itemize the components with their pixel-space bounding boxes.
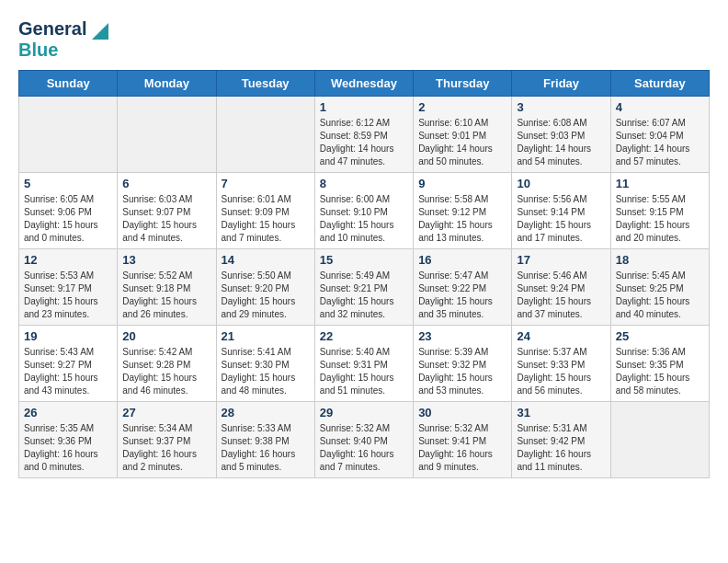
calendar-week-1: 1Sunrise: 6:12 AMSunset: 8:59 PMDaylight…	[19, 97, 710, 173]
logo-blue: Blue	[18, 40, 58, 60]
day-number: 10	[517, 177, 605, 190]
weekday-header-wednesday: Wednesday	[314, 71, 413, 97]
day-number: 11	[616, 177, 704, 190]
calendar-header: SundayMondayTuesdayWednesdayThursdayFrid…	[19, 71, 710, 97]
day-info: Sunrise: 5:33 AMSunset: 9:38 PMDaylight:…	[222, 422, 310, 474]
day-number: 22	[320, 329, 408, 343]
calendar-week-5: 26Sunrise: 5:35 AMSunset: 9:36 PMDayligh…	[19, 402, 710, 478]
logo-general: General	[18, 18, 86, 39]
calendar-cell: 24Sunrise: 5:37 AMSunset: 9:33 PMDayligh…	[512, 326, 610, 402]
day-number: 8	[320, 177, 408, 190]
logo-block: General Blue	[18, 18, 108, 61]
calendar-week-4: 19Sunrise: 5:43 AMSunset: 9:27 PMDayligh…	[19, 326, 710, 402]
day-info: Sunrise: 5:42 AMSunset: 9:28 PMDaylight:…	[122, 346, 210, 397]
weekday-header-monday: Monday	[118, 71, 216, 97]
day-info: Sunrise: 5:34 AMSunset: 9:37 PMDaylight:…	[122, 422, 210, 474]
day-info: Sunrise: 5:47 AMSunset: 9:22 PMDaylight:…	[418, 270, 506, 321]
calendar-cell: 6Sunrise: 6:03 AMSunset: 9:07 PMDaylight…	[118, 173, 216, 249]
day-info: Sunrise: 6:07 AMSunset: 9:04 PMDaylight:…	[616, 117, 704, 168]
calendar-cell: 11Sunrise: 5:55 AMSunset: 9:15 PMDayligh…	[610, 173, 709, 249]
calendar-cell: 12Sunrise: 5:53 AMSunset: 9:17 PMDayligh…	[19, 249, 118, 326]
day-info: Sunrise: 5:46 AMSunset: 9:24 PMDaylight:…	[517, 270, 605, 321]
calendar-table: SundayMondayTuesdayWednesdayThursdayFrid…	[18, 70, 710, 478]
day-info: Sunrise: 5:40 AMSunset: 9:31 PMDaylight:…	[320, 346, 408, 397]
day-number: 12	[24, 253, 112, 267]
day-number: 24	[517, 329, 605, 343]
day-info: Sunrise: 5:53 AMSunset: 9:17 PMDaylight:…	[24, 270, 112, 321]
calendar-cell: 14Sunrise: 5:50 AMSunset: 9:20 PMDayligh…	[216, 249, 314, 326]
day-number: 21	[222, 329, 310, 343]
day-info: Sunrise: 5:32 AMSunset: 9:40 PMDaylight:…	[320, 422, 408, 474]
weekday-header-saturday: Saturday	[610, 71, 709, 97]
calendar-cell: 5Sunrise: 6:05 AMSunset: 9:06 PMDaylight…	[19, 173, 118, 249]
calendar-cell: 26Sunrise: 5:35 AMSunset: 9:36 PMDayligh…	[19, 402, 118, 478]
calendar-cell: 2Sunrise: 6:10 AMSunset: 9:01 PMDaylight…	[414, 97, 512, 173]
calendar-cell: 27Sunrise: 5:34 AMSunset: 9:37 PMDayligh…	[118, 402, 216, 478]
day-info: Sunrise: 5:39 AMSunset: 9:32 PMDaylight:…	[418, 346, 506, 397]
day-number: 17	[517, 253, 605, 267]
calendar-cell: 3Sunrise: 6:08 AMSunset: 9:03 PMDaylight…	[512, 97, 610, 173]
weekday-row: SundayMondayTuesdayWednesdayThursdayFrid…	[19, 71, 710, 97]
calendar-cell: 16Sunrise: 5:47 AMSunset: 9:22 PMDayligh…	[414, 249, 512, 326]
day-info: Sunrise: 5:32 AMSunset: 9:41 PMDaylight:…	[418, 422, 506, 474]
day-number: 28	[222, 406, 310, 419]
day-info: Sunrise: 5:41 AMSunset: 9:30 PMDaylight:…	[222, 346, 310, 397]
calendar-cell: 19Sunrise: 5:43 AMSunset: 9:27 PMDayligh…	[19, 326, 118, 402]
day-info: Sunrise: 5:37 AMSunset: 9:33 PMDaylight:…	[517, 346, 605, 397]
calendar-week-3: 12Sunrise: 5:53 AMSunset: 9:17 PMDayligh…	[19, 249, 710, 326]
day-number: 18	[616, 253, 704, 267]
day-info: Sunrise: 5:50 AMSunset: 9:20 PMDaylight:…	[222, 270, 310, 321]
day-number: 16	[418, 253, 506, 267]
day-number: 27	[122, 406, 210, 419]
day-info: Sunrise: 6:05 AMSunset: 9:06 PMDaylight:…	[24, 193, 112, 245]
day-number: 29	[320, 406, 408, 419]
calendar-cell: 22Sunrise: 5:40 AMSunset: 9:31 PMDayligh…	[314, 326, 413, 402]
calendar-week-2: 5Sunrise: 6:05 AMSunset: 9:06 PMDaylight…	[19, 173, 710, 249]
day-info: Sunrise: 6:12 AMSunset: 8:59 PMDaylight:…	[320, 117, 408, 168]
weekday-header-tuesday: Tuesday	[216, 71, 314, 97]
day-info: Sunrise: 5:45 AMSunset: 9:25 PMDaylight:…	[616, 270, 704, 321]
day-info: Sunrise: 5:52 AMSunset: 9:18 PMDaylight:…	[122, 270, 210, 321]
day-number: 3	[517, 100, 605, 114]
day-info: Sunrise: 5:58 AMSunset: 9:12 PMDaylight:…	[418, 193, 506, 245]
day-info: Sunrise: 5:56 AMSunset: 9:14 PMDaylight:…	[517, 193, 605, 245]
day-info: Sunrise: 6:03 AMSunset: 9:07 PMDaylight:…	[122, 193, 210, 245]
day-number: 25	[616, 329, 704, 343]
day-number: 26	[24, 406, 112, 419]
day-info: Sunrise: 5:31 AMSunset: 9:42 PMDaylight:…	[517, 422, 605, 474]
calendar-cell: 18Sunrise: 5:45 AMSunset: 9:25 PMDayligh…	[610, 249, 709, 326]
calendar-cell: 29Sunrise: 5:32 AMSunset: 9:40 PMDayligh…	[314, 402, 413, 478]
calendar-cell: 13Sunrise: 5:52 AMSunset: 9:18 PMDayligh…	[118, 249, 216, 326]
day-number: 14	[222, 253, 310, 267]
calendar-cell: 17Sunrise: 5:46 AMSunset: 9:24 PMDayligh…	[512, 249, 610, 326]
day-info: Sunrise: 6:01 AMSunset: 9:09 PMDaylight:…	[222, 193, 310, 245]
day-info: Sunrise: 6:08 AMSunset: 9:03 PMDaylight:…	[517, 117, 605, 168]
calendar-cell: 4Sunrise: 6:07 AMSunset: 9:04 PMDaylight…	[610, 97, 709, 173]
day-info: Sunrise: 5:49 AMSunset: 9:21 PMDaylight:…	[320, 270, 408, 321]
day-number: 1	[320, 100, 408, 114]
day-number: 13	[122, 253, 210, 267]
calendar-cell	[118, 97, 216, 173]
day-number: 31	[517, 406, 605, 419]
day-info: Sunrise: 5:35 AMSunset: 9:36 PMDaylight:…	[24, 422, 112, 474]
calendar-cell: 20Sunrise: 5:42 AMSunset: 9:28 PMDayligh…	[118, 326, 216, 402]
day-info: Sunrise: 6:00 AMSunset: 9:10 PMDaylight:…	[320, 193, 408, 245]
page-header: General Blue	[18, 18, 710, 61]
day-number: 7	[222, 177, 310, 190]
day-number: 4	[616, 100, 704, 114]
weekday-header-sunday: Sunday	[19, 71, 118, 97]
svg-marker-0	[92, 23, 108, 40]
day-number: 20	[122, 329, 210, 343]
day-number: 2	[418, 100, 506, 114]
calendar-cell	[610, 402, 709, 478]
calendar-cell: 1Sunrise: 6:12 AMSunset: 8:59 PMDaylight…	[314, 97, 413, 173]
day-info: Sunrise: 6:10 AMSunset: 9:01 PMDaylight:…	[418, 117, 506, 168]
day-info: Sunrise: 5:43 AMSunset: 9:27 PMDaylight:…	[24, 346, 112, 397]
calendar-cell: 31Sunrise: 5:31 AMSunset: 9:42 PMDayligh…	[512, 402, 610, 478]
logo-arrow-icon	[92, 23, 108, 40]
calendar-cell: 25Sunrise: 5:36 AMSunset: 9:35 PMDayligh…	[610, 326, 709, 402]
calendar-cell: 15Sunrise: 5:49 AMSunset: 9:21 PMDayligh…	[314, 249, 413, 326]
calendar-cell: 10Sunrise: 5:56 AMSunset: 9:14 PMDayligh…	[512, 173, 610, 249]
day-number: 19	[24, 329, 112, 343]
calendar-cell: 30Sunrise: 5:32 AMSunset: 9:41 PMDayligh…	[414, 402, 512, 478]
